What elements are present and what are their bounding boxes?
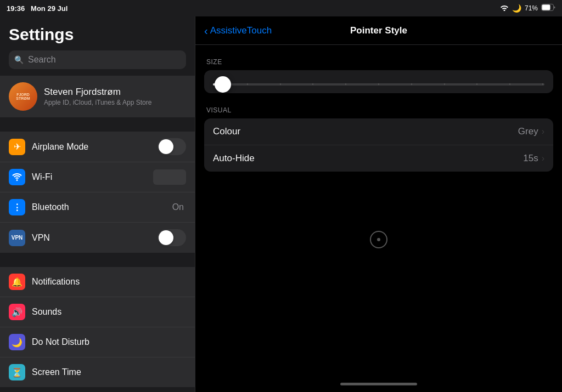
do-not-disturb-label: Do Not Disturb: [32, 337, 186, 347]
vpn-toggle[interactable]: [158, 229, 186, 246]
wifi-icon: [9, 169, 25, 185]
svg-rect-1: [542, 5, 550, 10]
wifi-value: [153, 169, 186, 185]
battery-icon: [541, 4, 555, 13]
sidebar-section-preferences: 🔔 Notifications 🔊 Sounds 🌙 Do Not Distur…: [0, 267, 195, 387]
detail-panel: ‹ AssistiveTouch Pointer Style SIZE: [195, 16, 562, 392]
auto-hide-value: 15s: [523, 153, 538, 164]
airplane-mode-label: Airplane Mode: [32, 142, 151, 152]
detail-content: SIZE: [195, 45, 562, 376]
sidebar-item-bluetooth[interactable]: ⋮ Bluetooth On: [0, 192, 195, 223]
search-icon: 🔍: [14, 55, 24, 64]
profile-subtitle: Apple ID, iCloud, iTunes & App Store: [44, 99, 186, 106]
settings-group: Colour Grey › Auto-Hide 15s ›: [204, 118, 553, 172]
status-indicators: 🌙 71%: [500, 4, 555, 13]
do-not-disturb-icon: 🌙: [9, 334, 25, 350]
auto-hide-label: Auto-Hide: [213, 153, 523, 164]
home-bar: [340, 383, 417, 385]
profile-name: Steven Fjordstrøm: [44, 87, 186, 98]
airplane-mode-toggle[interactable]: [158, 138, 186, 155]
pointer-dot: [377, 238, 380, 241]
screen-time-icon: ⏳: [9, 364, 25, 380]
auto-hide-row[interactable]: Auto-Hide 15s ›: [204, 145, 553, 172]
pointer-circle: [370, 231, 387, 248]
search-input[interactable]: [28, 55, 181, 65]
sidebar-item-wifi[interactable]: Wi-Fi: [0, 162, 195, 192]
status-time: 19:36: [7, 4, 25, 13]
preferences-group: 🔔 Notifications 🔊 Sounds 🌙 Do Not Distur…: [0, 267, 195, 387]
moon-icon: 🌙: [512, 4, 521, 13]
sidebar-item-sounds[interactable]: 🔊 Sounds: [0, 297, 195, 327]
colour-chevron-icon: ›: [542, 127, 544, 137]
status-bar: 19:36 Mon 29 Jul 🌙 71%: [0, 0, 562, 16]
vpn-label: VPN: [32, 233, 151, 243]
colour-row[interactable]: Colour Grey ›: [204, 118, 553, 145]
wifi-icon: [500, 4, 509, 13]
airplane-mode-icon: ✈: [9, 139, 25, 155]
notifications-label: Notifications: [32, 277, 186, 287]
size-section-label: SIZE: [204, 58, 553, 66]
vpn-icon: VPN: [9, 230, 25, 246]
slider-track[interactable]: [213, 83, 544, 86]
bluetooth-value: On: [172, 202, 184, 212]
pointer-preview: [204, 185, 553, 294]
wifi-label: Wi-Fi: [32, 172, 147, 182]
detail-title: Pointer Style: [350, 25, 407, 36]
colour-value: Grey: [518, 126, 538, 137]
sidebar-section-connectivity: ✈ Airplane Mode Wi-Fi ⋮: [0, 132, 195, 253]
screen-time-label: Screen Time: [32, 367, 186, 377]
auto-hide-chevron-icon: ›: [542, 154, 544, 163]
battery-percentage: 71%: [525, 4, 538, 12]
sidebar-item-notifications[interactable]: 🔔 Notifications: [0, 267, 195, 297]
bluetooth-icon: ⋮: [9, 199, 25, 215]
notifications-icon: 🔔: [9, 274, 25, 290]
slider-container: [204, 70, 553, 93]
status-date: Mon 29 Jul: [31, 4, 68, 13]
sounds-icon: 🔊: [9, 304, 25, 320]
sidebar: Settings 🔍 FJORDSTRØM Steven Fjordstrøm …: [0, 16, 195, 392]
visual-section-label: VISUAL: [204, 106, 553, 114]
sidebar-item-screen-time[interactable]: ⏳ Screen Time: [0, 357, 195, 387]
sidebar-title: Settings: [0, 16, 195, 50]
colour-label: Colour: [213, 126, 518, 137]
connectivity-group: ✈ Airplane Mode Wi-Fi ⋮: [0, 132, 195, 253]
sidebar-item-vpn[interactable]: VPN VPN: [0, 223, 195, 253]
detail-header: ‹ AssistiveTouch Pointer Style: [195, 16, 562, 45]
profile-info: Steven Fjordstrøm Apple ID, iCloud, iTun…: [44, 87, 186, 106]
visual-section: VISUAL Colour Grey › Auto-Hide 15s ›: [204, 106, 553, 172]
home-indicator: [195, 376, 562, 392]
back-chevron-icon: ‹: [204, 25, 208, 36]
sidebar-item-do-not-disturb[interactable]: 🌙 Do Not Disturb: [0, 327, 195, 357]
profile-row[interactable]: FJORDSTRØM Steven Fjordstrøm Apple ID, i…: [0, 76, 195, 117]
avatar: FJORDSTRØM: [9, 82, 37, 111]
sidebar-item-airplane-mode[interactable]: ✈ Airplane Mode: [0, 132, 195, 162]
sounds-label: Sounds: [32, 307, 186, 317]
slider-thumb[interactable]: [215, 76, 231, 93]
status-time-date: 19:36 Mon 29 Jul: [7, 4, 68, 13]
main-layout: Settings 🔍 FJORDSTRØM Steven Fjordstrøm …: [0, 16, 562, 392]
back-label: AssistiveTouch: [210, 25, 272, 36]
search-bar[interactable]: 🔍: [9, 50, 186, 69]
back-button[interactable]: ‹ AssistiveTouch: [204, 25, 272, 36]
bluetooth-label: Bluetooth: [32, 202, 166, 212]
